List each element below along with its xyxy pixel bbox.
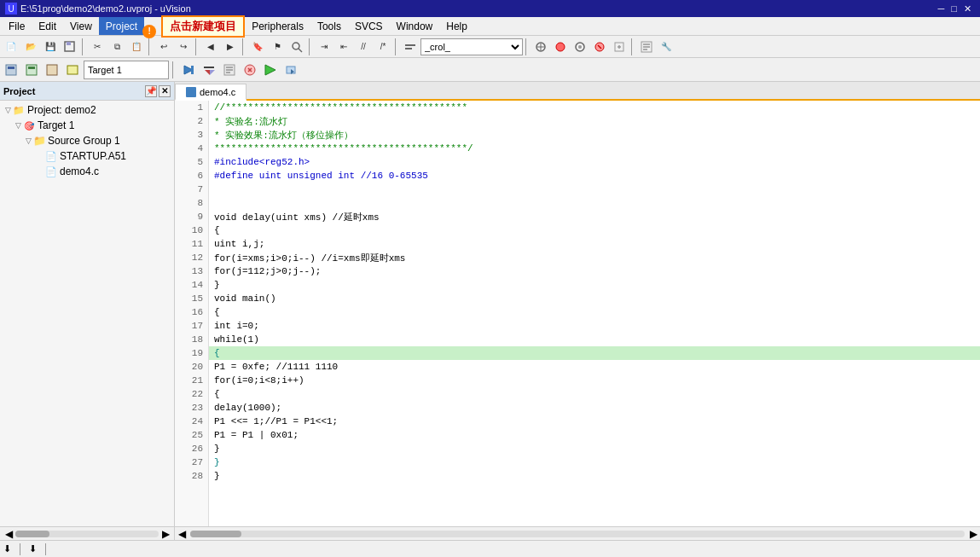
code-line[interactable]: #define uint unsigned int //16 0-65535: [209, 169, 980, 183]
btn-undo[interactable]: ↩: [154, 38, 173, 56]
tree-item-target1[interactable]: ▽ 🎯 Target 1: [2, 118, 172, 133]
btn-nav-back[interactable]: ◀: [201, 38, 220, 56]
btn-copy[interactable]: ⧉: [107, 38, 126, 56]
btn-debug1[interactable]: [531, 38, 550, 56]
btn-wrench[interactable]: 🔧: [657, 38, 676, 56]
btn-uncomment[interactable]: /*: [374, 38, 392, 56]
code-line[interactable]: }: [209, 455, 980, 469]
btn-nav-fwd[interactable]: ▶: [221, 38, 240, 56]
code-line[interactable]: //**************************************…: [209, 101, 980, 114]
btn-t2-9[interactable]: [261, 61, 280, 79]
target-function-dropdown[interactable]: _crol_: [420, 38, 523, 55]
btn-comment[interactable]: //: [354, 38, 373, 56]
code-line[interactable]: void main(): [209, 292, 980, 305]
btn-t2-5[interactable]: [179, 61, 198, 79]
code-line[interactable]: int i=0;: [209, 319, 980, 333]
scroll-track[interactable]: [15, 531, 159, 537]
scroll-right-btn[interactable]: ▶: [159, 528, 172, 540]
code-line[interactable]: ****************************************…: [209, 142, 980, 155]
bottom-scrollbar[interactable]: ◀ ▶: [175, 526, 980, 540]
btn-debug3[interactable]: [571, 38, 589, 56]
btn-t2-2[interactable]: [22, 61, 41, 79]
panel-scrollbar[interactable]: ◀ ▶: [0, 526, 174, 540]
menu-svcs[interactable]: SVCS: [348, 17, 390, 35]
code-content[interactable]: //**************************************…: [209, 101, 980, 526]
code-line[interactable]: {: [209, 387, 980, 401]
btn-find[interactable]: [287, 38, 306, 56]
tree-item-sourcegroup[interactable]: ▽ 📁 Source Group 1: [2, 133, 172, 148]
btn-redo[interactable]: ↪: [174, 38, 193, 56]
close-btn[interactable]: ✕: [960, 3, 975, 15]
code-line[interactable]: [209, 196, 980, 210]
h-scroll-thumb[interactable]: [190, 531, 241, 537]
code-line[interactable]: P1 = P1 | 0x01;: [209, 428, 980, 442]
btn-debug5[interactable]: [610, 38, 629, 56]
maximize-btn[interactable]: □: [948, 3, 960, 14]
menu-peripherals[interactable]: Peripherals: [245, 17, 310, 35]
btn-t2-10[interactable]: [281, 61, 300, 79]
btn-open[interactable]: 📂: [21, 38, 40, 56]
code-line[interactable]: }: [209, 469, 980, 483]
btn-t2-7[interactable]: [220, 61, 239, 79]
code-line[interactable]: {: [209, 305, 980, 319]
btn-t2-6[interactable]: [200, 61, 218, 79]
expand-target-icon[interactable]: ▽: [14, 121, 22, 130]
code-line[interactable]: uint i,j;: [209, 237, 980, 251]
btn-outdent[interactable]: ⇤: [334, 38, 353, 56]
code-line[interactable]: }: [209, 442, 980, 455]
btn-t2-8[interactable]: [241, 61, 259, 79]
code-line[interactable]: {: [209, 346, 980, 360]
panel-pin-btn[interactable]: 📌: [145, 85, 157, 97]
btn-debug4[interactable]: [590, 38, 609, 56]
btn-settings[interactable]: [637, 38, 656, 56]
menu-file[interactable]: File: [2, 17, 32, 35]
tree-item-startup[interactable]: 📄 STARTUP.A51: [2, 148, 172, 164]
code-line[interactable]: void delay(uint xms) //延时xms: [209, 210, 980, 223]
code-line[interactable]: for(j=112;j>0;j--);: [209, 264, 980, 278]
code-line[interactable]: {: [209, 223, 980, 237]
h-scroll-track[interactable]: [190, 531, 965, 537]
menu-tools[interactable]: Tools: [310, 17, 348, 35]
btn-save[interactable]: 💾: [41, 38, 60, 56]
menu-edit[interactable]: Edit: [32, 17, 63, 35]
expand-project-icon[interactable]: ▽: [3, 106, 12, 114]
menu-help[interactable]: Help: [439, 17, 474, 35]
target-name-input[interactable]: [84, 61, 169, 79]
btn-t2-3[interactable]: [43, 61, 61, 79]
menu-window[interactable]: Window: [390, 17, 440, 35]
minimize-btn[interactable]: ─: [935, 3, 948, 14]
btn-debug2[interactable]: [551, 38, 570, 56]
code-line[interactable]: delay(1000);: [209, 401, 980, 415]
btn-bookmark2[interactable]: ⚑: [268, 38, 287, 56]
code-line[interactable]: #include<reg52.h>: [209, 155, 980, 169]
btn-indent[interactable]: ⇥: [315, 38, 333, 56]
btn-save-all[interactable]: [61, 38, 79, 56]
menu-project[interactable]: Project: [99, 17, 144, 35]
scroll-bottom-right[interactable]: ▶: [966, 528, 980, 540]
tab-demo4c[interactable]: demo4.c: [175, 84, 246, 101]
expand-sourcegroup-icon[interactable]: ▽: [24, 136, 32, 145]
code-line[interactable]: [209, 183, 980, 196]
btn-t2-4[interactable]: [63, 61, 82, 79]
btn-t2-1[interactable]: [2, 61, 20, 79]
code-line[interactable]: * 实验名:流水灯: [209, 114, 980, 128]
menu-view[interactable]: View: [63, 17, 99, 35]
scroll-bottom-left[interactable]: ◀: [175, 528, 188, 540]
code-line[interactable]: P1 = 0xfe; //1111 1110: [209, 360, 980, 374]
btn-new[interactable]: 📄: [2, 38, 20, 56]
tree-item-project[interactable]: ▽ 📁 Project: demo2: [2, 102, 172, 118]
btn-code1[interactable]: [401, 38, 420, 56]
code-line[interactable]: for(i=xms;i>0;i--) //i=xms即延时xms: [209, 251, 980, 264]
tree-item-demo4c[interactable]: 📄 demo4.c: [2, 164, 172, 179]
panel-close-btn[interactable]: ✕: [159, 85, 171, 97]
code-line[interactable]: P1 <<= 1;//P1 = P1<<1;: [209, 415, 980, 428]
code-line[interactable]: * 实验效果:流水灯（移位操作）: [209, 128, 980, 142]
code-line[interactable]: for(i=0;i<8;i++): [209, 374, 980, 387]
btn-bookmark[interactable]: 🔖: [248, 38, 267, 56]
scroll-thumb[interactable]: [15, 531, 49, 537]
code-line[interactable]: }: [209, 278, 980, 292]
scroll-left-btn[interactable]: ◀: [2, 528, 15, 540]
btn-cut[interactable]: ✂: [88, 38, 107, 56]
code-line[interactable]: while(1): [209, 333, 980, 346]
btn-paste[interactable]: 📋: [127, 38, 146, 56]
